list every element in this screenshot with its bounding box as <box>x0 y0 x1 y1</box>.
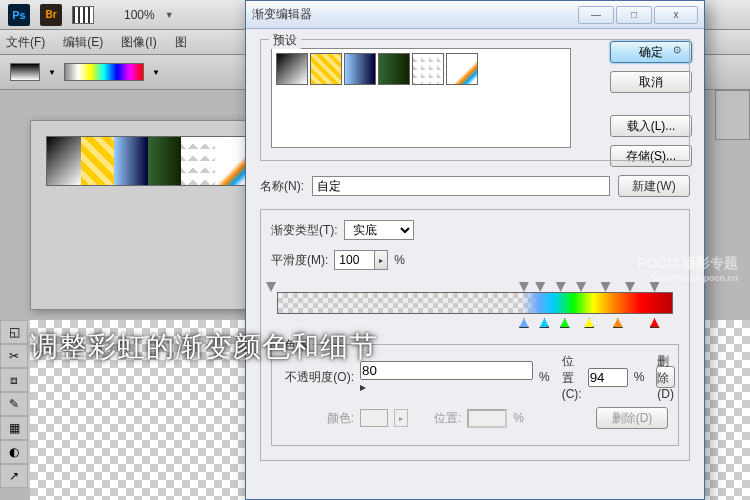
bridge-icon[interactable]: Br <box>40 4 62 26</box>
smoothness-label: 平滑度(M): <box>271 252 328 269</box>
percent-label: % <box>539 370 550 384</box>
close-button[interactable]: x <box>654 6 698 24</box>
tool-crop[interactable]: ⧈ <box>0 368 28 392</box>
opacity-stop[interactable] <box>556 282 566 292</box>
film-icon[interactable] <box>72 6 94 24</box>
tool-path[interactable]: ↗ <box>0 464 28 488</box>
preset-thumb[interactable] <box>412 53 444 85</box>
percent-label: % <box>513 411 524 425</box>
color-stop[interactable] <box>650 318 660 328</box>
tool-blur[interactable]: ◐ <box>0 440 28 464</box>
location2-label: 位置: <box>434 410 461 427</box>
percent-label: % <box>394 253 405 267</box>
presets-label: 预设 <box>269 32 301 49</box>
spinner-arrow-icon: ▸ <box>394 409 408 427</box>
tool-move[interactable]: ◱ <box>0 320 28 344</box>
smoothness-input[interactable] <box>334 250 374 270</box>
menu-image[interactable]: 图像(I) <box>121 34 156 51</box>
gradient-type-select[interactable]: 实底 <box>344 220 414 240</box>
menu-file[interactable]: 文件(F) <box>6 34 45 51</box>
presets-group: 预设 ⊙ <box>260 39 690 161</box>
gradient-preset-flyout <box>30 120 265 310</box>
color-stop[interactable] <box>519 318 529 328</box>
minimize-button[interactable]: — <box>578 6 614 24</box>
chevron-down-icon[interactable]: ▼ <box>152 68 160 77</box>
preset-thumb[interactable] <box>276 53 308 85</box>
chevron-down-icon[interactable]: ▼ <box>165 10 174 20</box>
maximize-button[interactable]: □ <box>616 6 652 24</box>
color-stop[interactable] <box>560 318 570 328</box>
preset-thumb[interactable] <box>446 53 478 85</box>
location2-input <box>467 409 507 428</box>
presets-menu-icon[interactable]: ⊙ <box>673 44 681 55</box>
color-stop[interactable] <box>584 318 594 328</box>
preset-strip[interactable] <box>46 136 249 186</box>
gradient-bar[interactable] <box>271 280 679 330</box>
color-label: 颜色: <box>282 410 354 427</box>
photoshop-icon: Ps <box>8 4 30 26</box>
opacity-stop[interactable] <box>601 282 611 292</box>
delete-stop-button[interactable]: 删除(D) <box>656 366 675 388</box>
gradient-editor-dialog: 渐变编辑器 — □ x 确定 取消 载入(L)... 存储(S)... 预设 ⊙ <box>245 0 705 500</box>
delete-color-button: 删除(D) <box>596 407 668 429</box>
tool-lasso[interactable]: ✂ <box>0 344 28 368</box>
menu-edit[interactable]: 编辑(E) <box>63 34 103 51</box>
watermark: POCO 摄影专题 http://photo.poco.cn <box>637 255 738 283</box>
name-label: 名称(N): <box>260 178 304 195</box>
tool-gradient[interactable]: ▦ <box>0 416 28 440</box>
name-input[interactable] <box>312 176 610 196</box>
presets-list[interactable] <box>271 48 571 148</box>
dialog-title: 渐变编辑器 <box>252 6 312 23</box>
spinner-arrow-icon[interactable]: ▸ <box>360 380 533 394</box>
opacity-stop[interactable] <box>535 282 545 292</box>
gradient-picker[interactable] <box>64 63 144 81</box>
percent-label: % <box>634 370 645 384</box>
zoom-level[interactable]: 100% <box>124 8 155 22</box>
dialog-titlebar[interactable]: 渐变编辑器 — □ x <box>246 1 704 29</box>
preset-thumb[interactable] <box>310 53 342 85</box>
opacity-input[interactable] <box>360 361 533 380</box>
opacity-stop[interactable] <box>519 282 529 292</box>
annotation-overlay: 调整彩虹的渐变颜色和细节 <box>30 328 378 366</box>
new-button[interactable]: 新建(W) <box>618 175 690 197</box>
location-label: 位置(C): <box>562 353 582 401</box>
gradient-type-label: 渐变类型(T): <box>271 222 338 239</box>
opacity-label: 不透明度(O): <box>282 369 354 386</box>
tools-palette: ◱ ✂ ⧈ ✎ ▦ ◐ ↗ <box>0 320 30 488</box>
chevron-down-icon[interactable]: ▼ <box>48 68 56 77</box>
opacity-stop[interactable] <box>576 282 586 292</box>
opacity-stop[interactable] <box>625 282 635 292</box>
opacity-stop[interactable] <box>266 282 276 292</box>
spinner-arrow-icon[interactable]: ▸ <box>374 250 388 270</box>
preset-thumb[interactable] <box>344 53 376 85</box>
menu-image-cut[interactable]: 图 <box>175 34 187 51</box>
opacity-stop[interactable] <box>650 282 660 292</box>
preset-thumb[interactable] <box>378 53 410 85</box>
color-stop[interactable] <box>539 318 549 328</box>
color-stop[interactable] <box>613 318 623 328</box>
tool-brush[interactable]: ✎ <box>0 392 28 416</box>
color-swatch <box>360 409 388 427</box>
location-input[interactable] <box>588 368 628 387</box>
right-panel-tab[interactable] <box>715 90 750 140</box>
foreground-gradient-swatch[interactable] <box>10 63 40 81</box>
